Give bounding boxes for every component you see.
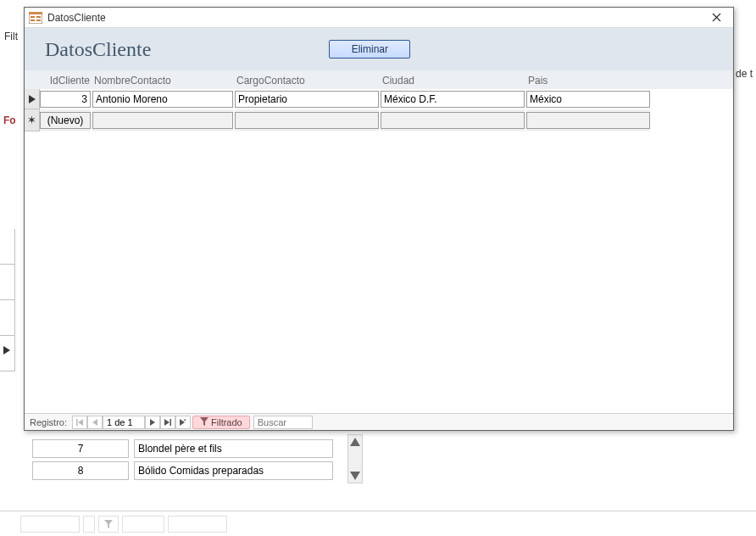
bg-current-record-selector-icon xyxy=(3,345,10,357)
svg-marker-14 xyxy=(78,419,83,426)
nav-last-button[interactable] xyxy=(160,416,175,429)
col-pais: Pais xyxy=(526,75,652,87)
pais-field-new[interactable] xyxy=(526,112,650,129)
svg-marker-3 xyxy=(104,520,113,528)
bg-right-fragment: de t xyxy=(736,68,753,80)
svg-marker-16 xyxy=(150,419,155,426)
ciudad-field[interactable] xyxy=(381,91,525,108)
svg-rect-6 xyxy=(31,16,35,18)
idcliente-field-new[interactable] xyxy=(40,112,91,129)
ciudad-field-new[interactable] xyxy=(381,112,525,129)
svg-rect-18 xyxy=(170,419,172,426)
behind-name-cell[interactable]: Bólido Comidas preparadas xyxy=(134,461,333,480)
nombrecontacto-field-new[interactable] xyxy=(92,112,233,129)
svg-marker-0 xyxy=(3,346,10,355)
record-label: Registro: xyxy=(25,417,72,427)
nombrecontacto-field[interactable] xyxy=(92,91,233,108)
svg-rect-13 xyxy=(76,419,78,426)
new-record-selector-icon[interactable]: ✶ xyxy=(25,109,40,131)
nav-new-button[interactable]: ✶ xyxy=(175,416,191,429)
form-title: DatosCliente xyxy=(45,38,151,61)
grid-area: ✶ xyxy=(25,89,733,413)
cargocontacto-field-new[interactable] xyxy=(235,112,379,129)
close-button[interactable] xyxy=(699,8,733,27)
behind-id-cell[interactable]: 7 xyxy=(32,439,129,458)
list-item: 8 Bólido Comidas preparadas xyxy=(32,461,344,480)
col-cargocontacto: CargoContacto xyxy=(235,75,381,87)
filter-toggle[interactable]: Filtrado xyxy=(192,416,250,429)
behind-name-cell[interactable]: Blondel père et fils xyxy=(134,439,333,458)
idcliente-field[interactable] xyxy=(40,91,91,108)
svg-marker-17 xyxy=(164,419,170,426)
col-nombrecontacto: NombreContacto xyxy=(92,75,235,87)
svg-rect-8 xyxy=(36,16,41,18)
funnel-icon xyxy=(200,417,208,427)
bg-filter-label-fragment: Filt xyxy=(4,31,18,42)
new-record-row: ✶ xyxy=(25,109,733,131)
column-headers: IdCliente NombreContacto CargoContacto C… xyxy=(25,70,733,89)
nav-prev-button[interactable] xyxy=(87,416,103,429)
table-row xyxy=(25,89,733,109)
search-input[interactable] xyxy=(253,416,313,429)
filter-label: Filtrado xyxy=(211,417,242,427)
svg-text:✶: ✶ xyxy=(183,419,186,422)
svg-marker-21 xyxy=(200,417,208,426)
record-position-input[interactable] xyxy=(103,416,145,429)
nav-first-button[interactable] xyxy=(72,416,87,429)
svg-marker-2 xyxy=(350,472,360,480)
window-title: DatosCliente xyxy=(47,12,106,24)
form-header: DatosCliente Eliminar xyxy=(25,28,733,70)
list-item: 7 Blondel père et fils xyxy=(32,439,344,458)
svg-rect-7 xyxy=(31,20,35,21)
titlebar[interactable]: DatosCliente xyxy=(25,8,733,28)
record-navigation-bar: Registro: ✶ Filtrado xyxy=(25,413,733,430)
scroll-up-icon[interactable] xyxy=(348,435,362,450)
svg-marker-15 xyxy=(92,419,97,426)
col-ciudad: Ciudad xyxy=(381,75,526,87)
bg-fo-fragment: Fo xyxy=(3,114,16,126)
cargocontacto-field[interactable] xyxy=(235,91,379,108)
eliminar-button[interactable]: Eliminar xyxy=(329,40,410,59)
parent-record-nav xyxy=(0,511,756,536)
scroll-down-icon[interactable] xyxy=(348,467,362,483)
behind-list: 7 Blondel père et fils 8 Bólido Comidas … xyxy=(32,439,344,483)
pais-field[interactable] xyxy=(526,91,650,108)
behind-id-cell[interactable]: 8 xyxy=(32,461,129,480)
svg-marker-12 xyxy=(29,95,36,103)
form-icon xyxy=(29,12,42,24)
nav-next-button[interactable] xyxy=(145,416,160,429)
col-idcliente: IdCliente xyxy=(40,75,92,87)
svg-rect-5 xyxy=(29,12,42,14)
svg-marker-1 xyxy=(350,438,360,446)
datoscliente-dialog: DatosCliente DatosCliente Eliminar IdCli… xyxy=(24,7,734,431)
svg-rect-9 xyxy=(36,20,41,21)
current-record-selector[interactable] xyxy=(25,89,40,109)
behind-scrollbar[interactable] xyxy=(347,434,363,483)
